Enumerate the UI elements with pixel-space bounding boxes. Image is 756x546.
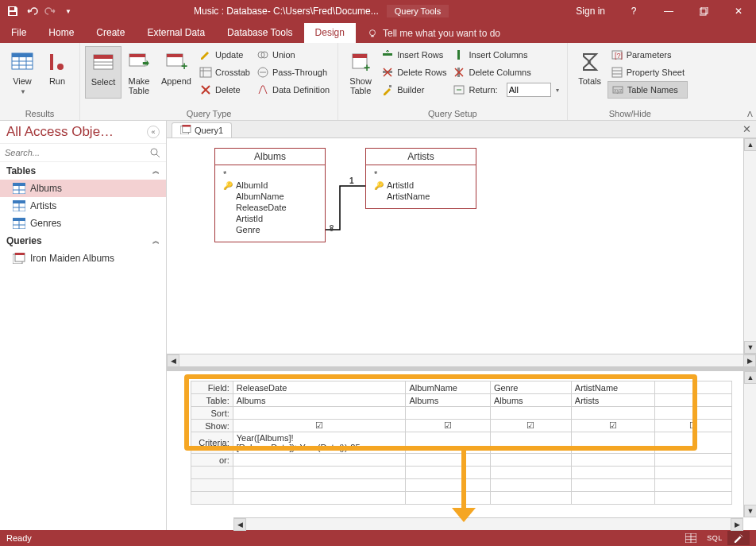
undo-icon[interactable]	[25, 5, 38, 17]
qbe-cell[interactable]	[406, 432, 490, 454]
vscroll-upper[interactable]: ▲▼	[743, 138, 756, 354]
qbe-cell[interactable]	[571, 432, 654, 454]
data-definition-button[interactable]: Data Definition	[253, 81, 333, 99]
qbe-cell[interactable]	[655, 394, 732, 407]
scroll-up-icon[interactable]: ▲	[744, 371, 756, 384]
view-button[interactable]: View▼	[5, 46, 40, 100]
scroll-down-icon[interactable]: ▼	[744, 505, 756, 517]
field-artistid[interactable]: ArtistId	[223, 213, 317, 224]
union-button[interactable]: Union	[253, 46, 333, 64]
qbe-show-checkbox[interactable]: ☑	[571, 420, 654, 432]
collapse-ribbon-icon[interactable]: ᐱ	[747, 110, 753, 118]
nav-item-artists[interactable]: Artists	[0, 197, 166, 215]
field-star[interactable]: *	[223, 168, 317, 180]
save-icon[interactable]	[6, 5, 19, 17]
delete-rows-button[interactable]: Delete Rows	[378, 64, 449, 81]
qbe-cell[interactable]: AlbumName	[406, 381, 490, 394]
qbe-cell[interactable]	[406, 454, 490, 467]
search-input[interactable]	[5, 148, 148, 157]
field-artistid[interactable]: 🔑ArtistId	[374, 180, 468, 191]
tab-create[interactable]: Create	[85, 23, 136, 43]
scroll-up-icon[interactable]: ▲	[744, 138, 756, 151]
nav-collapse-icon[interactable]: «	[147, 126, 160, 138]
qbe-cell[interactable]: Albums	[233, 394, 406, 407]
qbe-cell[interactable]	[655, 454, 732, 467]
update-button[interactable]: Update	[196, 46, 253, 64]
run-button[interactable]: Run	[40, 46, 75, 100]
qbe-cell[interactable]	[571, 454, 654, 467]
qbe-cell[interactable]	[490, 432, 571, 454]
builder-button[interactable]: Builder	[378, 81, 449, 99]
scroll-right-icon[interactable]: ▶	[731, 518, 743, 531]
qbe-show-checkbox[interactable]: ☑	[233, 420, 406, 432]
nav-category-tables[interactable]: Tables︽	[0, 162, 166, 180]
qbe-cell[interactable]: Genre	[490, 381, 571, 394]
qbe-cell[interactable]: Albums	[490, 394, 571, 407]
qbe-cell[interactable]	[233, 454, 406, 467]
insert-rows-button[interactable]: Insert Rows	[378, 46, 449, 64]
make-table-button[interactable]: Make Table	[122, 46, 156, 99]
tab-file[interactable]: File	[0, 23, 37, 43]
qbe-vscroll[interactable]: ▲▼	[743, 371, 756, 517]
field-star[interactable]: *	[374, 168, 468, 180]
select-button[interactable]: Select	[85, 46, 122, 99]
join-line[interactable]	[326, 178, 367, 242]
datasheet-view-button[interactable]	[680, 531, 702, 545]
qbe-grid[interactable]: Field: ReleaseDate AlbumName Genre Artis…	[191, 381, 732, 516]
append-button[interactable]: + Append	[156, 46, 196, 99]
doc-tab-query1[interactable]: Query1	[172, 122, 232, 137]
close-doc-icon[interactable]: ✕	[742, 123, 751, 135]
field-artistname[interactable]: ArtistName	[374, 191, 468, 202]
qbe-show-checkbox[interactable]: ☑	[490, 420, 571, 432]
table-names-button[interactable]: xyzTable Names	[608, 81, 688, 99]
scroll-left-icon[interactable]: ◀	[233, 518, 246, 531]
tab-design[interactable]: Design	[304, 23, 356, 43]
nav-category-queries[interactable]: Queries︽	[0, 232, 166, 250]
sign-in-link[interactable]: Sign in	[565, 6, 616, 17]
tab-home[interactable]: Home	[37, 23, 85, 43]
qbe-cell[interactable]: Albums	[406, 394, 490, 407]
qbe-show-checkbox[interactable]: ☐	[655, 420, 732, 432]
qat-dropdown-icon[interactable]: ▼	[65, 8, 71, 15]
totals-button[interactable]: Totals	[573, 46, 608, 99]
qbe-show-checkbox[interactable]: ☑	[406, 420, 490, 432]
chevron-down-icon[interactable]: ▾	[556, 87, 559, 94]
qbe-cell[interactable]	[406, 407, 490, 420]
insert-columns-button[interactable]: Insert Columns	[449, 46, 561, 64]
delete-columns-button[interactable]: Delete Columns	[449, 64, 561, 81]
help-icon[interactable]: ?	[616, 0, 651, 22]
hscroll-upper[interactable]: ◀▶	[167, 354, 756, 366]
tab-database-tools[interactable]: Database Tools	[216, 23, 304, 43]
parameters-button[interactable]: [?]Parameters	[608, 46, 688, 64]
property-sheet-button[interactable]: Property Sheet	[608, 64, 688, 81]
delete-button[interactable]: Delete	[196, 81, 253, 99]
passthrough-button[interactable]: Pass-Through	[253, 64, 333, 81]
qbe-cell[interactable]: ArtistName	[571, 381, 654, 394]
tell-me-search[interactable]: Tell me what you want to do	[356, 24, 511, 43]
design-view-button[interactable]	[727, 531, 750, 545]
scroll-down-icon[interactable]: ▼	[744, 341, 756, 354]
minimize-icon[interactable]: —	[651, 0, 686, 22]
qbe-cell[interactable]: Year([Albums]![ReleaseDate])>Year(Date()…	[233, 432, 406, 454]
qbe-cell[interactable]: Artists	[571, 394, 654, 407]
qbe-cell[interactable]	[490, 407, 571, 420]
close-icon[interactable]: ✕	[721, 0, 756, 22]
nav-item-albums[interactable]: Albums	[0, 180, 166, 197]
qbe-cell[interactable]	[571, 407, 654, 420]
field-genre[interactable]: Genre	[223, 224, 317, 235]
redo-icon[interactable]	[44, 5, 57, 17]
scroll-left-icon[interactable]: ◀	[167, 354, 179, 367]
relationship-area[interactable]: Albums * 🔑AlbumId AlbumName ReleaseDate …	[167, 138, 756, 354]
qbe-cell[interactable]: ReleaseDate	[233, 381, 406, 394]
field-releasedate[interactable]: ReleaseDate	[223, 202, 317, 213]
field-table-artists[interactable]: Artists * 🔑ArtistId ArtistName	[365, 148, 476, 209]
qbe-cell[interactable]	[655, 407, 732, 420]
maximize-icon[interactable]	[686, 0, 721, 22]
tab-external-data[interactable]: External Data	[136, 23, 216, 43]
field-albumname[interactable]: AlbumName	[223, 191, 317, 202]
qbe-cell[interactable]	[490, 454, 571, 467]
crosstab-button[interactable]: Crosstab	[196, 64, 253, 81]
nav-item-genres[interactable]: Genres	[0, 215, 166, 232]
show-table-button[interactable]: + Show Table	[343, 46, 378, 99]
sql-view-button[interactable]: SQL	[704, 531, 726, 545]
